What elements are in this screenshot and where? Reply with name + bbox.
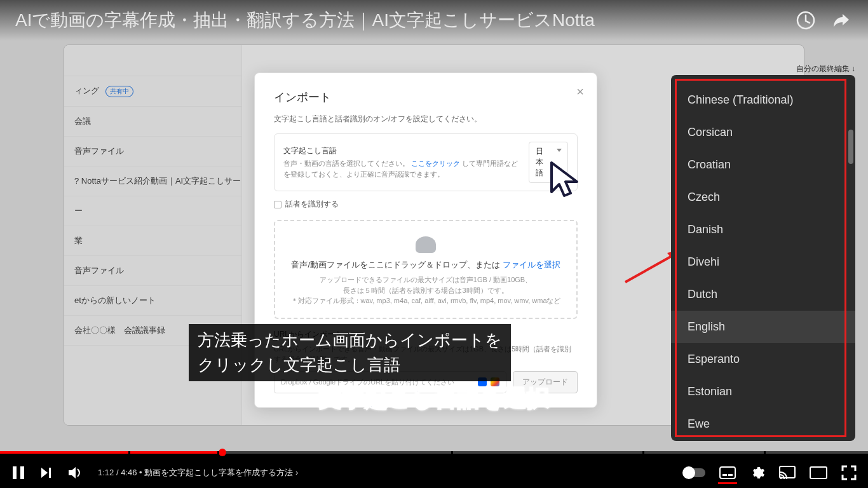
language-menu[interactable]: Chinese (Traditional)CorsicanCroatianCze… xyxy=(671,75,855,441)
next-button[interactable] xyxy=(39,466,53,480)
speaker-checkbox-row[interactable]: 話者を識別する xyxy=(274,199,578,210)
caption-box: 方法乗ったホーム画面からインポートを クリックし文字起こし言語 xyxy=(189,324,511,381)
checkbox-icon[interactable] xyxy=(274,201,281,208)
lang-desc-link[interactable]: ここをクリック xyxy=(411,159,460,167)
svg-point-10 xyxy=(780,477,782,479)
language-option[interactable]: Esperanto xyxy=(671,343,855,376)
modal-subtext: 文字起こし言語と話者識別のオン/オフを設定してください。 xyxy=(274,114,578,125)
fullscreen-button[interactable] xyxy=(841,465,857,480)
cast-button[interactable] xyxy=(779,466,796,480)
svg-rect-3 xyxy=(13,466,17,479)
svg-rect-6 xyxy=(720,467,735,478)
language-option[interactable]: Croatian xyxy=(671,149,855,181)
pause-button[interactable] xyxy=(11,465,25,480)
share-icon[interactable] xyxy=(830,9,853,32)
drop-main-text: 音声/動画ファイルをここにドラッグ＆ドロップ、または ファイルを選択 xyxy=(288,259,564,271)
burned-caption: 文字起こし言語を選択 xyxy=(319,383,550,414)
lang-label: 文字起こし言語 xyxy=(283,146,521,156)
player-controls: 1:12 / 4:46 • 動画を文字起こしし字幕を作成する方法 › xyxy=(0,451,868,488)
settings-button[interactable] xyxy=(750,465,765,480)
svg-rect-4 xyxy=(20,466,24,479)
svg-rect-5 xyxy=(49,468,51,478)
language-option[interactable]: Chinese (Traditional) xyxy=(671,84,855,116)
language-option[interactable]: Estonian xyxy=(671,376,855,408)
caption-line: クリックし文字起こし言語 xyxy=(189,353,409,377)
svg-rect-11 xyxy=(810,467,827,478)
close-icon[interactable]: × xyxy=(576,85,584,99)
checkbox-label: 話者を識別する xyxy=(285,199,339,210)
chapter-title[interactable]: 動画を文字起こしし字幕を作成する方法 xyxy=(144,468,293,477)
svg-rect-8 xyxy=(728,474,733,476)
watch-later-icon[interactable] xyxy=(794,9,817,32)
upload-cloud-icon xyxy=(416,236,436,253)
theater-button[interactable] xyxy=(810,466,827,479)
drop-line: ＊対応ファイル形式：wav, mp3, m4a, caf, aiff, avi,… xyxy=(288,295,564,306)
language-option[interactable]: Czech xyxy=(671,181,855,214)
language-option[interactable]: Danish xyxy=(671,214,855,246)
language-option[interactable]: English xyxy=(671,311,855,343)
cursor-annotation xyxy=(545,159,590,203)
volume-button[interactable] xyxy=(67,466,84,480)
time-display: 1:12 / 4:46 • 動画を文字起こしし字幕を作成する方法 › xyxy=(98,467,298,478)
language-option[interactable]: Divehi xyxy=(671,246,855,278)
language-option[interactable]: Ewe xyxy=(671,408,855,440)
drop-area[interactable]: 音声/動画ファイルをここにドラッグ＆ドロップ、または ファイルを選択 アップロー… xyxy=(274,220,578,319)
svg-line-1 xyxy=(625,253,677,282)
language-option[interactable]: Corsican xyxy=(671,116,855,149)
captions-button[interactable] xyxy=(719,466,736,479)
autoplay-toggle[interactable] xyxy=(684,468,705,477)
modal-title: インポート xyxy=(274,90,578,105)
file-select-link[interactable]: ファイルを選択 xyxy=(503,260,560,269)
lang-desc: 音声・動画の言語を選択してください。 ここをクリック して専門用語などを登録して… xyxy=(283,158,521,179)
drop-line: 長さは５時間（話者を識別する場合は3時間）です。 xyxy=(288,285,564,296)
scrollbar-thumb[interactable] xyxy=(848,130,853,164)
video-title: AIで動画の字幕作成・抽出・翻訳する方法｜AI文字起こしサービスNotta xyxy=(15,8,595,32)
language-box: 文字起こし言語 音声・動画の言語を選択してください。 ここをクリック して専門用… xyxy=(274,133,578,191)
drop-line: アップロードできるファイルの最大サイズは音声1GB / 動画10GB、 xyxy=(288,274,564,285)
video-titlebar: AIで動画の字幕作成・抽出・翻訳する方法｜AI文字起こしサービスNotta xyxy=(0,0,868,41)
caption-line: 方法乗ったホーム画面からインポートを xyxy=(189,328,511,353)
language-option[interactable]: Dutch xyxy=(671,278,855,311)
svg-rect-7 xyxy=(722,474,727,476)
progress-bar[interactable] xyxy=(0,451,868,454)
